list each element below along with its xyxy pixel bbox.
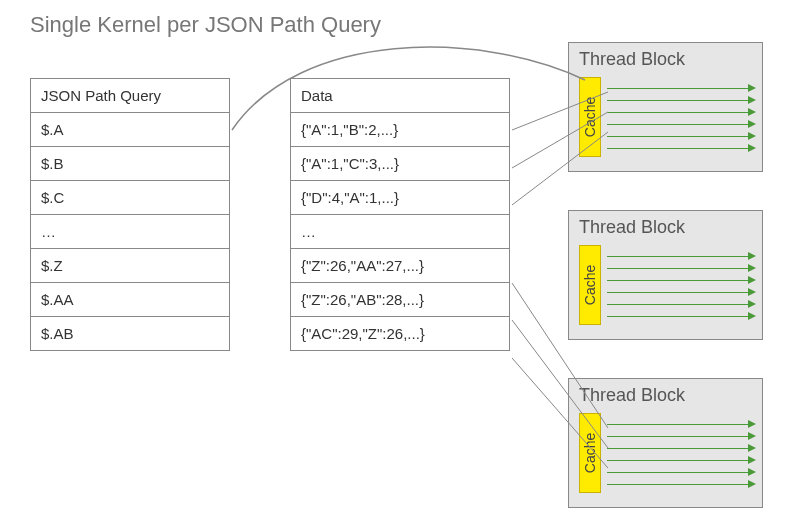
- json-path-query-table: JSON Path Query $.A $.B $.C … $.Z $.AA $…: [30, 78, 230, 351]
- thread-block: Thread Block Cache: [568, 378, 763, 508]
- query-row: $.AB: [31, 317, 229, 350]
- diagram-title: Single Kernel per JSON Path Query: [30, 12, 381, 38]
- thread-arrow-icon: [607, 467, 756, 479]
- thread-arrow-icon: [607, 479, 756, 491]
- thread-block: Thread Block Cache: [568, 210, 763, 340]
- thread-arrow-icon: [607, 263, 756, 275]
- cache-label: Cache: [582, 97, 598, 137]
- data-row: {"D":4,"A":1,...}: [291, 181, 509, 215]
- thread-arrow-icon: [607, 119, 756, 131]
- thread-arrow-icon: [607, 275, 756, 287]
- thread-arrow-icon: [607, 419, 756, 431]
- thread-arrow-icon: [607, 107, 756, 119]
- query-row: $.B: [31, 147, 229, 181]
- thread-arrow-icon: [607, 251, 756, 263]
- query-table-header: JSON Path Query: [31, 79, 229, 113]
- data-row: {"A":1,"B":2,...}: [291, 113, 509, 147]
- data-row: {"AC":29,"Z":26,...}: [291, 317, 509, 350]
- thread-arrow-icon: [607, 83, 756, 95]
- thread-block: Thread Block Cache: [568, 42, 763, 172]
- thread-arrow-icon: [607, 311, 756, 323]
- cache-label: Cache: [582, 265, 598, 305]
- query-row: …: [31, 215, 229, 249]
- query-row: $.Z: [31, 249, 229, 283]
- thread-block-title: Thread Block: [579, 49, 685, 70]
- thread-block-title: Thread Block: [579, 385, 685, 406]
- cache-box: Cache: [579, 245, 601, 325]
- cache-box: Cache: [579, 413, 601, 493]
- thread-arrow-icon: [607, 287, 756, 299]
- query-row: $.A: [31, 113, 229, 147]
- thread-arrow-icon: [607, 95, 756, 107]
- query-row: $.C: [31, 181, 229, 215]
- data-row: …: [291, 215, 509, 249]
- data-row: {"A":1,"C":3,...}: [291, 147, 509, 181]
- cache-box: Cache: [579, 77, 601, 157]
- thread-arrow-icon: [607, 131, 756, 143]
- thread-lines: [607, 251, 756, 323]
- data-row: {"Z":26,"AB":28,...}: [291, 283, 509, 317]
- thread-arrow-icon: [607, 443, 756, 455]
- thread-block-title: Thread Block: [579, 217, 685, 238]
- thread-arrow-icon: [607, 431, 756, 443]
- data-row: {"Z":26,"AA":27,...}: [291, 249, 509, 283]
- thread-arrow-icon: [607, 299, 756, 311]
- thread-lines: [607, 419, 756, 491]
- query-row: $.AA: [31, 283, 229, 317]
- data-table: Data {"A":1,"B":2,...} {"A":1,"C":3,...}…: [290, 78, 510, 351]
- thread-lines: [607, 83, 756, 155]
- thread-arrow-icon: [607, 143, 756, 155]
- cache-label: Cache: [582, 433, 598, 473]
- data-table-header: Data: [291, 79, 509, 113]
- thread-arrow-icon: [607, 455, 756, 467]
